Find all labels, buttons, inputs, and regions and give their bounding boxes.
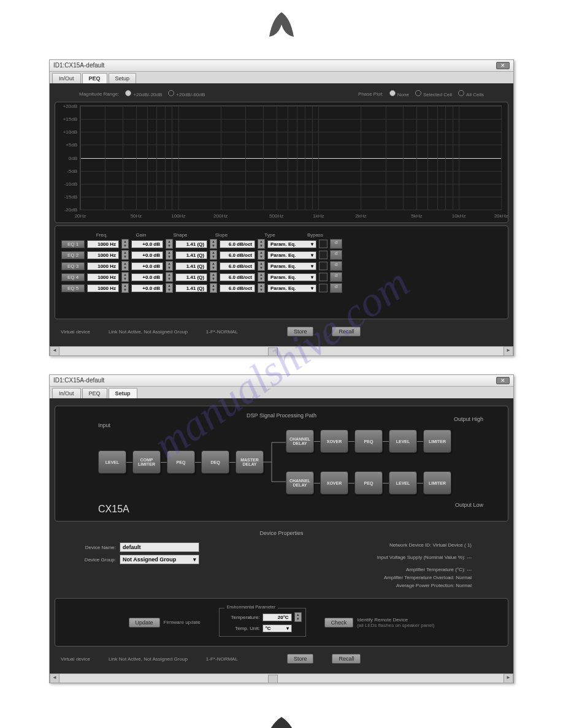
shape-spinner[interactable]: ▲▼ [210, 261, 217, 271]
slope-input[interactable]: 6.0 dB/oct [220, 251, 255, 259]
scroll-left-icon[interactable]: ◄ [50, 346, 59, 356]
freq-input[interactable]: 1000 Hz [87, 251, 119, 259]
default-button[interactable]: d [330, 239, 342, 249]
dsp-block[interactable]: PEQ [354, 430, 383, 453]
update-button[interactable]: Update [129, 618, 160, 628]
recall-button[interactable]: Recall [332, 327, 361, 336]
eq-band-button[interactable]: EQ 5 [61, 284, 85, 292]
type-select[interactable]: Param. Eq.▾ [267, 240, 316, 248]
scroll-thumb[interactable] [268, 675, 278, 683]
temp-unit-select[interactable]: °C▾ [262, 624, 292, 632]
shape-input[interactable]: 1.41 (Q) [175, 273, 207, 281]
temperature-input[interactable] [262, 613, 292, 621]
eq-band-button[interactable]: EQ 4 [61, 273, 85, 281]
phase-selected-radio[interactable] [415, 90, 421, 96]
slope-input[interactable]: 6.0 dB/oct [220, 284, 255, 292]
slope-input[interactable]: 6.0 dB/oct [220, 262, 255, 270]
tab-inout[interactable]: In/Out [52, 73, 81, 83]
type-select[interactable]: Param. Eq.▾ [267, 262, 316, 270]
device-group-select[interactable]: Not Assigned Group▾ [120, 555, 199, 564]
store-button[interactable]: Store [287, 654, 314, 664]
eq-band-button[interactable]: EQ 1 [61, 240, 85, 248]
mag-range-20-radio[interactable] [125, 90, 131, 96]
slope-spinner[interactable]: ▲▼ [258, 239, 265, 249]
dsp-block[interactable]: PEQ [167, 450, 195, 474]
mag-range-60-radio[interactable] [168, 90, 174, 96]
phase-all-radio[interactable] [458, 90, 464, 96]
shape-input[interactable]: 1.41 (Q) [175, 240, 207, 248]
freq-spinner[interactable]: ▲▼ [121, 239, 129, 249]
slope-spinner[interactable]: ▲▼ [258, 261, 265, 271]
freq-input[interactable]: 1000 Hz [87, 240, 119, 248]
freq-spinner[interactable]: ▲▼ [121, 250, 129, 260]
tab-peq[interactable]: PEQ [82, 388, 107, 398]
default-button[interactable]: d [330, 283, 342, 293]
default-button[interactable]: d [330, 272, 342, 282]
dsp-block[interactable]: CHANNELDELAY [286, 430, 314, 453]
h-scrollbar[interactable]: ◄ ► [50, 673, 513, 683]
gain-input[interactable]: +0.0 dB [131, 240, 163, 248]
default-button[interactable]: d [330, 250, 342, 260]
freq-input[interactable]: 1000 Hz [87, 284, 119, 292]
gain-spinner[interactable]: ▲▼ [166, 250, 173, 260]
freq-spinner[interactable]: ▲▼ [121, 283, 129, 293]
slope-spinner[interactable]: ▲▼ [258, 283, 265, 293]
dsp-block[interactable]: COMPLIMITER [132, 450, 161, 474]
eq-band-button[interactable]: EQ 2 [61, 251, 85, 259]
shape-spinner[interactable]: ▲▼ [210, 272, 217, 282]
slope-spinner[interactable]: ▲▼ [258, 272, 265, 282]
bypass-checkbox[interactable] [319, 240, 327, 248]
gain-spinner[interactable]: ▲▼ [166, 272, 173, 282]
dsp-block[interactable]: CHANNELDELAY [286, 471, 314, 495]
check-button[interactable]: Check [324, 618, 354, 628]
bypass-checkbox[interactable] [319, 262, 327, 270]
bypass-checkbox[interactable] [319, 284, 327, 292]
bypass-checkbox[interactable] [319, 273, 327, 281]
scroll-right-icon[interactable]: ► [504, 673, 513, 683]
shape-spinner[interactable]: ▲▼ [210, 283, 217, 293]
temp-spinner[interactable]: ▲▼ [294, 612, 302, 622]
dsp-block[interactable]: XOVER [320, 430, 348, 453]
eq-band-button[interactable]: EQ 3 [61, 262, 85, 270]
shape-input[interactable]: 1.41 (Q) [175, 284, 207, 292]
type-select[interactable]: Param. Eq.▾ [267, 251, 316, 259]
scroll-right-icon[interactable]: ► [504, 346, 513, 356]
shape-input[interactable]: 1.41 (Q) [175, 262, 207, 270]
scroll-thumb[interactable] [268, 347, 278, 356]
freq-input[interactable]: 1000 Hz [87, 262, 119, 270]
dsp-block[interactable]: PEQ [354, 471, 383, 495]
gain-input[interactable]: +0.0 dB [131, 284, 163, 292]
dsp-block[interactable]: LEVEL [98, 450, 126, 474]
slope-input[interactable]: 6.0 dB/oct [220, 273, 255, 281]
dsp-block[interactable]: XOVER [320, 471, 348, 495]
shape-spinner[interactable]: ▲▼ [210, 239, 217, 249]
gain-spinner[interactable]: ▲▼ [166, 261, 173, 271]
tab-peq[interactable]: PEQ [82, 73, 107, 83]
default-button[interactable]: d [330, 261, 342, 271]
recall-button[interactable]: Recall [332, 654, 361, 664]
freq-spinner[interactable]: ▲▼ [121, 272, 129, 282]
shape-input[interactable]: 1.41 (Q) [175, 251, 207, 259]
dsp-block[interactable]: DEQ [201, 450, 229, 474]
dsp-block[interactable]: LEVEL [389, 430, 417, 453]
freq-input[interactable]: 1000 Hz [87, 273, 119, 281]
store-button[interactable]: Store [287, 327, 314, 336]
shape-spinner[interactable]: ▲▼ [210, 250, 217, 260]
tab-inout[interactable]: In/Out [52, 388, 81, 398]
gain-input[interactable]: +0.0 dB [131, 251, 163, 259]
gain-spinner[interactable]: ▲▼ [166, 239, 173, 249]
scroll-left-icon[interactable]: ◄ [50, 673, 59, 683]
dsp-block[interactable]: LEVEL [389, 471, 417, 495]
type-select[interactable]: Param. Eq.▾ [267, 284, 316, 292]
close-button[interactable]: ✕ [496, 377, 510, 384]
slope-spinner[interactable]: ▲▼ [258, 250, 265, 260]
h-scrollbar[interactable]: ◄ ► [50, 346, 513, 355]
tab-setup[interactable]: Setup [109, 388, 137, 398]
bypass-checkbox[interactable] [319, 251, 327, 259]
tab-setup[interactable]: Setup [109, 73, 137, 83]
slope-input[interactable]: 6.0 dB/oct [220, 240, 255, 248]
device-name-input[interactable] [120, 542, 199, 552]
type-select[interactable]: Param. Eq.▾ [267, 273, 316, 281]
gain-input[interactable]: +0.0 dB [131, 273, 163, 281]
dsp-block[interactable]: LIMITER [423, 430, 451, 453]
